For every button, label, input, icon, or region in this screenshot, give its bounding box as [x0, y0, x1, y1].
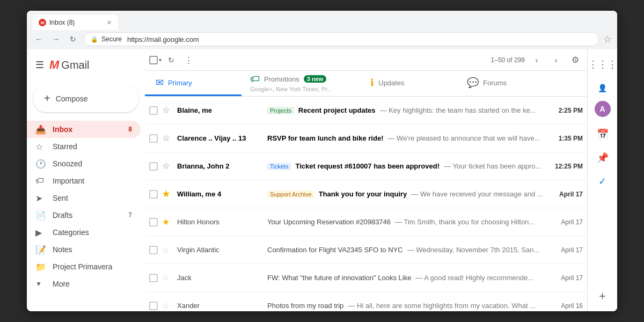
- email-row[interactable]: ☆ Jack FW: What "the future of innovatio…: [145, 264, 587, 292]
- email-row[interactable]: ☆ Xander Photos from my road trip — Hi a…: [145, 292, 587, 311]
- sidebar-item-starred[interactable]: ☆ Starred: [27, 138, 141, 155]
- project-icon: 📁: [35, 262, 46, 272]
- compose-button[interactable]: + Compose: [33, 85, 138, 112]
- google-keep-icon[interactable]: 📌: [592, 147, 613, 169]
- email-row[interactable]: ☆ Brianna, John 2 Tickets Ticket request…: [145, 152, 587, 180]
- tab-primary[interactable]: ✉ Primary: [145, 71, 241, 96]
- email-subject: Thank you for your inquiry: [319, 190, 407, 198]
- inbox-label: Inbox: [53, 125, 72, 134]
- email-checkbox[interactable]: [149, 218, 158, 226]
- email-subject: Your Upcoming Reservation #20983746: [267, 218, 391, 226]
- hamburger-menu-icon[interactable]: ☰: [35, 59, 44, 71]
- email-subject: Photos from my road trip: [267, 302, 343, 310]
- address-bar[interactable]: 🔒 Secure https://mail.google.com: [84, 32, 599, 46]
- email-time: 1:35 PM: [553, 135, 583, 142]
- google-apps-icon[interactable]: ⋮⋮⋮: [592, 54, 613, 75]
- add-app-button[interactable]: +: [592, 286, 613, 307]
- select-all-checkbox[interactable]: [149, 56, 158, 64]
- star-icon[interactable]: ☆: [162, 105, 173, 115]
- star-icon[interactable]: ★: [162, 189, 173, 199]
- email-body: Your Upcoming Reservation #20983746 — Ti…: [267, 218, 549, 226]
- email-tag: Support Archive: [267, 191, 314, 198]
- gmail-logo: M Gmail: [49, 58, 90, 72]
- forums-tab-label: Forums: [483, 79, 507, 87]
- email-tag: Tickets: [267, 163, 291, 170]
- promotions-new-badge: 3 new: [304, 75, 327, 83]
- sender-name: William, me 4: [177, 190, 263, 198]
- sidebar-item-inbox[interactable]: 📥 Inbox 8: [27, 121, 141, 138]
- sender-name: Xander: [177, 302, 263, 310]
- email-row[interactable]: ★ William, me 4 Support Archive Thank yo…: [145, 180, 587, 208]
- email-preview: — A good read! Highly recommende...: [415, 274, 533, 282]
- sidebar-item-notes[interactable]: 📝 Notes: [27, 241, 141, 258]
- notes-icon: 📝: [35, 245, 46, 255]
- more-label: More: [53, 280, 70, 288]
- sidebar-item-important[interactable]: 🏷 Important: [27, 172, 141, 189]
- snoozed-icon: 🕐: [35, 159, 46, 169]
- tab-promotions[interactable]: 🏷 Promotions 3 new Google+, New York Tim…: [241, 71, 360, 96]
- email-preview: — Hi all, here are some highlights from …: [348, 302, 536, 310]
- email-row[interactable]: ★ Hilton Honors Your Upcoming Reservatio…: [145, 208, 587, 236]
- tab-bar: M Inbox (8) ✕: [27, 11, 617, 30]
- sidebar-item-project[interactable]: 📁 Project Primavera: [27, 258, 141, 275]
- user-avatar[interactable]: A: [595, 101, 611, 117]
- next-page-button[interactable]: ›: [548, 53, 564, 68]
- sidebar-item-more[interactable]: ▼ More: [27, 275, 141, 292]
- email-time: 2:25 PM: [553, 107, 583, 114]
- google-calendar-icon[interactable]: 📅: [592, 123, 613, 145]
- email-time: April 16: [553, 302, 583, 310]
- google-account-icon[interactable]: 👤: [592, 77, 613, 99]
- tab-forums[interactable]: 💬 Forums: [456, 71, 553, 96]
- tab-updates[interactable]: ℹ Updates: [360, 71, 456, 96]
- email-row[interactable]: ☆ Blaine, me Projects Recent project upd…: [145, 97, 587, 125]
- select-all-checkbox-area[interactable]: ▾: [149, 56, 162, 64]
- sidebar-item-sent[interactable]: ➤ Sent: [27, 189, 141, 207]
- url-text: https://mail.google.com: [127, 35, 199, 43]
- settings-button[interactable]: ⚙: [568, 53, 583, 68]
- email-checkbox[interactable]: [149, 302, 158, 310]
- email-row[interactable]: ☆ Clarence .. Vijay .. 13 RSVP for team …: [145, 125, 587, 152]
- secure-icon: 🔒: [91, 36, 98, 43]
- sender-name: Hilton Honors: [177, 218, 263, 226]
- email-checkbox[interactable]: [149, 162, 158, 171]
- select-dropdown-arrow[interactable]: ▾: [159, 57, 162, 63]
- sidebar-item-snoozed[interactable]: 🕐 Snoozed: [27, 155, 141, 172]
- star-icon[interactable]: ★: [162, 217, 173, 227]
- sidebar-item-drafts[interactable]: 📄 Drafts 7: [27, 207, 141, 224]
- prev-page-button[interactable]: ‹: [529, 53, 544, 68]
- forward-button[interactable]: →: [49, 33, 62, 46]
- star-icon[interactable]: ☆: [162, 273, 173, 283]
- email-checkbox[interactable]: [149, 246, 158, 254]
- more-actions-button[interactable]: ⋮: [181, 53, 196, 68]
- email-body: FW: What "the future of innovation" Look…: [267, 274, 549, 282]
- bookmark-star-icon[interactable]: ☆: [603, 33, 612, 45]
- sender-name: Virgin Atlantic: [177, 246, 263, 254]
- browser-tab[interactable]: M Inbox (8) ✕: [32, 15, 118, 30]
- promotions-tab-icon: 🏷: [250, 74, 260, 85]
- star-icon[interactable]: ☆: [162, 245, 173, 255]
- star-icon[interactable]: ☆: [162, 301, 173, 311]
- star-icon[interactable]: ☆: [162, 161, 173, 171]
- refresh-button[interactable]: ↻: [67, 33, 79, 46]
- address-bar-row: ← → ↻ 🔒 Secure https://mail.google.com ☆: [27, 30, 617, 49]
- email-checkbox[interactable]: [149, 134, 158, 143]
- updates-tab-label: Updates: [378, 79, 404, 87]
- right-sidebar: ⋮⋮⋮ 👤 A 📅 📌 ✓ +: [587, 49, 617, 311]
- email-body: Tickets Ticket request #610007 has been …: [267, 162, 549, 170]
- sender-name: Jack: [177, 274, 263, 282]
- tab-close-button[interactable]: ✕: [107, 19, 112, 26]
- email-row[interactable]: ☆ Virgin Atlantic Confirmation for Fligh…: [145, 236, 587, 264]
- sender-name: Brianna, John 2: [177, 162, 263, 170]
- sidebar-header: ☰ M Gmail: [27, 54, 145, 80]
- email-checkbox[interactable]: [149, 106, 158, 115]
- important-label: Important: [53, 177, 84, 185]
- star-icon[interactable]: ☆: [162, 133, 173, 143]
- sidebar-item-categories[interactable]: ▶ Categories: [27, 224, 141, 241]
- refresh-mail-button[interactable]: ↻: [164, 53, 179, 68]
- drafts-badge: 7: [128, 211, 132, 219]
- email-checkbox[interactable]: [149, 190, 158, 199]
- starred-icon: ☆: [35, 142, 46, 152]
- google-tasks-icon[interactable]: ✓: [592, 171, 613, 192]
- email-checkbox[interactable]: [149, 274, 158, 282]
- back-button[interactable]: ←: [32, 33, 45, 46]
